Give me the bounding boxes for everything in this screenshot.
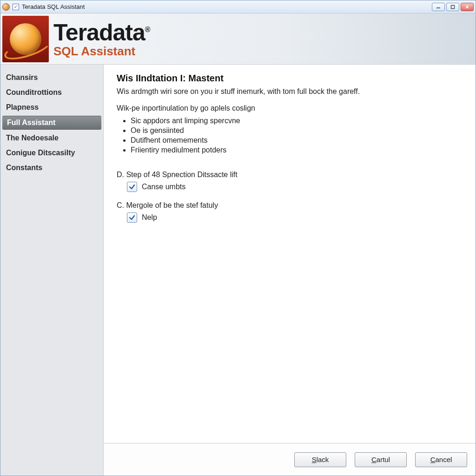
sidebar: Chansirs Counditrottions Plapness Full A…	[0, 65, 104, 476]
cancel-rest: ancel	[435, 456, 452, 463]
option-d-checkbox-label: Canse umbts	[142, 183, 185, 191]
brand-banner: Teradata® SQL Assistant	[0, 13, 476, 65]
wizard-footer: Slack Cartul Cancel	[104, 443, 476, 476]
maximize-button[interactable]	[446, 3, 459, 11]
back-rest: lack	[317, 456, 329, 463]
bullet-list: Sic appdors ant limping spercvne Oe is g…	[131, 115, 463, 156]
sidebar-item-label: Counditrottions	[6, 88, 62, 96]
window-title: Teradata SQL Assistant	[22, 3, 85, 10]
sidebar-item-label: Chansirs	[6, 73, 38, 81]
sidebar-item-label: The Nedoesale	[6, 134, 59, 142]
list-item: Dutifhent omemements	[131, 136, 463, 145]
option-d-row: Canse umbts	[127, 182, 463, 192]
window-controls	[432, 3, 474, 11]
sidebar-item-counditrottions[interactable]: Counditrottions	[0, 85, 103, 100]
back-hotkey: S	[312, 456, 317, 463]
sidebar-item-label: Full Assistant	[7, 119, 55, 126]
app-window: ✓ Teradata SQL Assistant Teradata® SQL A…	[0, 0, 476, 476]
svg-rect-1	[451, 5, 455, 8]
next-hotkey: C	[371, 456, 377, 463]
brand-name: Teradata®	[53, 21, 150, 44]
sidebar-item-label: Plapness	[6, 103, 39, 111]
page-heading: Wis IIndtation I: Mastent	[117, 73, 463, 84]
brand-logo-tile	[2, 16, 49, 62]
cancel-hotkey: C	[430, 456, 436, 463]
list-item: Oe is gensiinted	[131, 126, 463, 135]
titlebar: ✓ Teradata SQL Assistant	[0, 0, 476, 13]
next-rest: artul	[377, 456, 390, 463]
sidebar-item-plapness[interactable]: Plapness	[0, 100, 103, 115]
page-intro: Wis ardmgth wiri sore on you ir stuff in…	[117, 87, 463, 96]
list-item: Friientiry mediulment potders	[131, 146, 463, 154]
content-panel: Wis IIndtation I: Mastent Wis ardmgth wi…	[104, 65, 476, 476]
cancel-button[interactable]: Cancel	[415, 452, 467, 467]
back-button[interactable]: Slack	[294, 452, 346, 467]
close-button[interactable]	[461, 3, 474, 11]
brand-orb-icon	[10, 23, 41, 55]
sidebar-item-label: Constants	[6, 164, 42, 172]
option-c-checkbox[interactable]	[127, 212, 137, 223]
sidebar-item-the-nedoesale[interactable]: The Nedoesale	[0, 131, 103, 145]
sidebar-item-conigue-ditscasilty[interactable]: Conigue Ditscasilty	[0, 145, 103, 160]
app-check-icon: ✓	[13, 4, 19, 10]
brand-name-text: Teradata	[53, 20, 145, 46]
body: Chansirs Counditrottions Plapness Full A…	[0, 65, 476, 476]
app-orb-icon	[2, 3, 10, 11]
sidebar-item-constants[interactable]: Constants	[0, 160, 103, 175]
option-d-checkbox[interactable]	[127, 182, 137, 192]
sidebar-item-label: Conigue Ditscasilty	[6, 149, 75, 157]
sidebar-item-full-assistant[interactable]: Full Assistant	[2, 116, 101, 130]
minimize-button[interactable]	[432, 3, 445, 11]
brand-text: Teradata® SQL Assistant	[53, 21, 150, 57]
next-button[interactable]: Cartul	[355, 452, 407, 467]
option-c-row: Nelp	[127, 212, 463, 223]
registered-mark: ®	[145, 26, 150, 33]
option-c-label: C. Mergole of be the stef fatuly	[117, 201, 463, 210]
option-d-label: D. Step of 48 Spnection Ditssacte lift	[117, 171, 463, 179]
option-c-checkbox-label: Nelp	[142, 213, 157, 222]
page-subhead: Wik-pe inportinulation by go aplels cosl…	[117, 104, 463, 112]
list-item: Sic appdors ant limping spercvne	[131, 117, 463, 125]
sidebar-item-chansirs[interactable]: Chansirs	[0, 70, 103, 85]
brand-product: SQL Assistant	[53, 45, 150, 57]
